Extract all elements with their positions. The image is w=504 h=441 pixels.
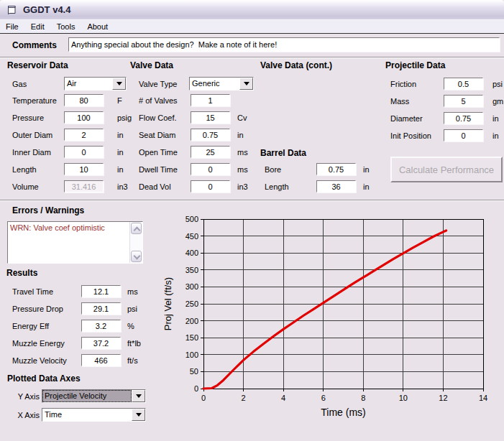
volume-field (64, 180, 104, 192)
svg-text:100: 100 (185, 351, 198, 359)
energy-eff-label: Energy Eff (12, 322, 49, 330)
travel-time-label: Travel Time (12, 287, 53, 296)
muzzle-energy-field[interactable] (81, 337, 121, 349)
barrel-length-field[interactable] (316, 180, 356, 192)
num-valves-field[interactable] (191, 94, 230, 106)
diameter-field[interactable] (444, 112, 483, 124)
svg-text:6: 6 (321, 394, 326, 402)
app-window: GGDT v4.4 File Edit Tools About Comments… (0, 0, 504, 441)
volume-unit: in3 (117, 182, 128, 191)
menu-tools[interactable]: Tools (57, 22, 75, 31)
flow-coef-field[interactable] (191, 111, 230, 124)
reservoir-length-field[interactable] (64, 163, 104, 175)
svg-text:Proj Vel (ft/s): Proj Vel (ft/s) (162, 277, 173, 330)
energy-eff-unit: % (127, 322, 134, 330)
travel-time-unit: ms (127, 287, 138, 296)
y-axis-combo[interactable]: Projectile Velocity (42, 389, 146, 403)
diameter-label: Diameter (390, 114, 423, 123)
x-axis-combo-button[interactable] (132, 409, 145, 421)
scroll-down-button[interactable] (131, 251, 142, 262)
inner-diam-unit: in (117, 148, 124, 157)
gas-combo-value: Air (65, 78, 112, 90)
outer-diam-label: Outer Diam (12, 131, 52, 139)
comments-input[interactable] (68, 37, 500, 52)
y-axis-combo-button[interactable] (132, 390, 145, 402)
velocity-chart: 0246810121405010015020025030035040045050… (162, 208, 504, 424)
results-section-title: Results (6, 268, 37, 278)
bore-field[interactable] (316, 163, 356, 175)
svg-text:200: 200 (185, 317, 198, 325)
dwell-time-unit: ms (237, 165, 248, 174)
svg-text:2: 2 (242, 394, 246, 402)
svg-text:0: 0 (201, 394, 206, 402)
seat-diam-field[interactable] (191, 129, 230, 141)
diameter-unit: in (492, 114, 499, 123)
reservoir-length-unit: in (117, 165, 124, 174)
valve-cont-section-title: Valve Data (cont.) (260, 60, 332, 70)
init-position-field[interactable] (444, 129, 483, 141)
travel-time-field[interactable] (81, 285, 121, 297)
pressure-label: Pressure (12, 113, 44, 122)
menu-file[interactable]: File (6, 22, 19, 31)
reservoir-section-title: Reservoir Data (7, 60, 68, 70)
pressure-drop-field[interactable] (81, 302, 121, 315)
calculate-performance-button[interactable]: Calculate Performance (390, 157, 503, 182)
chevron-down-icon (136, 394, 142, 401)
dead-vol-unit: in3 (237, 182, 248, 191)
comments-label: Comments (12, 40, 57, 50)
dead-vol-field[interactable] (191, 180, 230, 192)
barrel-section-title: Barrel Data (260, 148, 306, 158)
pressure-drop-unit: psi (127, 305, 137, 313)
svg-text:500: 500 (185, 215, 198, 223)
window-title: GGDT v4.4 (23, 4, 70, 15)
temperature-unit: F (117, 96, 122, 105)
scroll-up-button[interactable] (131, 223, 142, 234)
x-axis-combo[interactable]: Time (42, 408, 146, 422)
muzzle-energy-unit: ft*lb (127, 339, 141, 348)
warning-message: WRN: Valve coef optimistic (10, 223, 129, 232)
svg-text:10: 10 (399, 394, 408, 402)
pressure-unit: psig (117, 113, 132, 122)
bore-label: Bore (265, 165, 281, 174)
temperature-field[interactable] (64, 94, 104, 106)
chevron-down-icon (244, 82, 249, 88)
open-time-label: Open Time (139, 148, 178, 157)
menu-edit[interactable]: Edit (31, 22, 45, 31)
dwell-time-label: Dwell Time (139, 165, 178, 174)
valve-type-combo-value: Generic (190, 78, 239, 90)
gas-combo-button[interactable] (112, 78, 126, 90)
outer-diam-field[interactable] (64, 129, 104, 141)
pressure-field[interactable] (64, 111, 104, 124)
muzzle-velocity-field[interactable] (81, 354, 121, 366)
pressure-drop-label: Pressure Drop (12, 305, 63, 313)
init-position-unit: in (492, 131, 499, 140)
x-axis-combo-value: Time (42, 409, 132, 421)
menu-bar: File Edit Tools About (0, 20, 504, 34)
seat-diam-unit: in (237, 131, 244, 139)
inner-diam-field[interactable] (64, 146, 104, 158)
svg-text:50: 50 (190, 367, 198, 376)
friction-field[interactable] (444, 78, 483, 90)
separator-top (0, 57, 504, 58)
mass-field[interactable] (444, 95, 483, 107)
svg-text:350: 350 (185, 266, 198, 274)
separator-middle (0, 200, 504, 201)
friction-label: Friction (390, 80, 416, 88)
energy-eff-field[interactable] (81, 320, 121, 332)
menu-about[interactable]: About (87, 22, 108, 31)
barrel-length-label: Length (265, 182, 289, 191)
errors-scrollbar[interactable] (129, 222, 142, 263)
gas-combo[interactable]: Air (64, 77, 127, 90)
errors-warnings-box[interactable]: WRN: Valve coef optimistic (7, 221, 143, 264)
mass-label: Mass (390, 97, 409, 106)
x-axis-label: X Axis (7, 411, 40, 419)
valve-type-combo-button[interactable] (239, 78, 253, 90)
reservoir-length-label: Length (12, 165, 37, 174)
dwell-time-field[interactable] (191, 163, 230, 175)
projectile-section-title: Projectile Data (385, 60, 445, 70)
outer-diam-unit: in (117, 131, 124, 139)
chevron-up-icon (134, 227, 141, 234)
muzzle-energy-label: Muzzle Energy (12, 339, 65, 348)
valve-type-combo[interactable]: Generic (189, 77, 254, 90)
open-time-field[interactable] (191, 146, 230, 158)
